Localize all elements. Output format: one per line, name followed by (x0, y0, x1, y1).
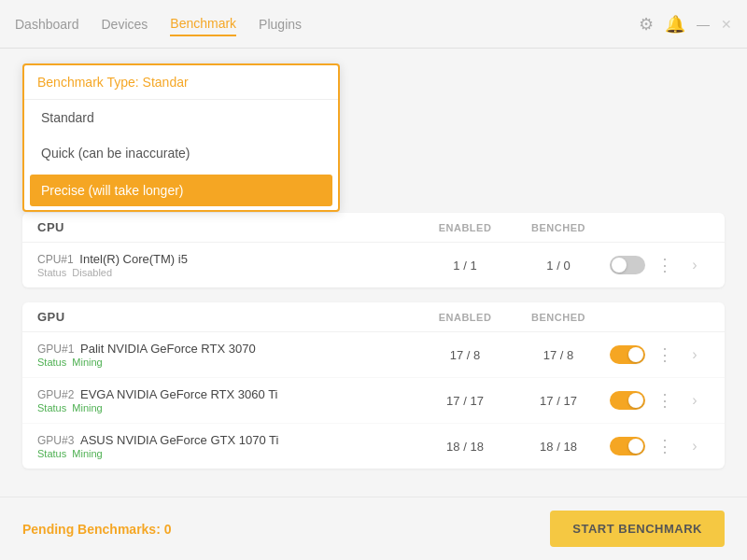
gpu2-more-icon[interactable]: ⋮ (650, 390, 680, 411)
benchmark-type-current: Standar (143, 75, 189, 90)
gpu2-status: Status Mining (37, 402, 418, 413)
cpu-section-label: CPU (37, 220, 418, 234)
gpu2-info: GPU#2 EVGA NVIDIA GeForce RTX 3060 Ti St… (37, 387, 418, 413)
gpu1-id: GPU#1 Palit NVIDIA GeForce RTX 3070 (37, 342, 418, 356)
table-row: GPU#2 EVGA NVIDIA GeForce RTX 3060 Ti St… (22, 378, 725, 424)
gpu1-status: Status Mining (37, 357, 418, 368)
cpu-enabled-header: ENABLED (418, 222, 512, 233)
gpu2-id: GPU#2 EVGA NVIDIA GeForce RTX 3060 Ti (37, 387, 418, 401)
gpu2-enabled: 17 / 17 (418, 394, 512, 408)
gpu1-toggle-knob (628, 347, 643, 362)
tab-dashboard[interactable]: Dashboard (15, 13, 79, 35)
benchmark-type-dropdown[interactable]: Benchmark Type: Standar Standard Quick (… (22, 63, 340, 212)
cpu-section-header: CPU ENABLED BENCHED (22, 213, 725, 243)
tab-plugins[interactable]: Plugins (259, 13, 302, 35)
settings-icon[interactable]: ⚙ (639, 14, 654, 35)
cpu1-info: CPU#1 Intel(R) Core(TM) i5 Status Disabl… (37, 252, 418, 278)
gpu3-chevron-icon[interactable]: › (680, 438, 710, 455)
gpu-benched-header: BENCHED (512, 312, 605, 323)
gpu3-status: Status Mining (37, 448, 418, 459)
benchmark-type-label: Benchmark Type: (37, 75, 139, 90)
gpu3-more-icon[interactable]: ⋮ (650, 436, 680, 456)
dropdown-option-quick[interactable]: Quick (can be inaccurate) (24, 135, 338, 171)
cpu1-toggle-col[interactable] (605, 256, 650, 274)
gpu-enabled-header: ENABLED (418, 312, 512, 323)
pending-benchmarks-label: Pending Benchmarks: 0 (22, 522, 172, 537)
cpu1-toggle-knob (612, 258, 627, 273)
cpu-benched-header: BENCHED (512, 222, 605, 233)
cpu1-id: CPU#1 Intel(R) Core(TM) i5 (37, 252, 418, 266)
table-row: CPU#1 Intel(R) Core(TM) i5 Status Disabl… (22, 243, 725, 287)
tab-benchmark[interactable]: Benchmark (170, 12, 236, 36)
cpu1-benched: 1 / 0 (512, 259, 605, 273)
table-row: GPU#3 ASUS NVIDIA GeForce GTX 1070 Ti St… (22, 424, 725, 469)
title-actions: ⚙ 🔔 — ✕ (639, 14, 732, 35)
start-benchmark-button[interactable]: START BENCHMARK (550, 511, 725, 547)
cpu1-enabled: 1 / 1 (418, 259, 512, 273)
cpu-section: CPU ENABLED BENCHED CPU#1 Intel(R) Core(… (22, 213, 725, 287)
cpu1-toggle[interactable] (610, 256, 645, 274)
gpu1-info: GPU#1 Palit NVIDIA GeForce RTX 3070 Stat… (37, 342, 418, 368)
gpu-section: GPU ENABLED BENCHED GPU#1 Palit NVIDIA G… (22, 302, 725, 469)
gpu1-chevron-icon[interactable]: › (680, 346, 710, 363)
gpu3-toggle[interactable] (610, 437, 645, 455)
gpu1-toggle[interactable] (610, 345, 645, 364)
gpu3-toggle-col[interactable] (605, 437, 650, 455)
cpu1-chevron-icon[interactable]: › (680, 257, 710, 273)
close-button[interactable]: ✕ (721, 17, 732, 32)
dropdown-header: Benchmark Type: Standar (24, 65, 338, 100)
gpu2-toggle-knob (628, 393, 643, 408)
gpu1-toggle-col[interactable] (605, 345, 650, 364)
gpu3-id: GPU#3 ASUS NVIDIA GeForce GTX 1070 Ti (37, 433, 418, 447)
gpu1-enabled: 17 / 8 (418, 348, 512, 362)
app-window: Dashboard Devices Benchmark Plugins ⚙ 🔔 … (0, 0, 747, 560)
gpu2-toggle-col[interactable] (605, 391, 650, 410)
gpu-section-label: GPU (37, 310, 418, 324)
gpu3-info: GPU#3 ASUS NVIDIA GeForce GTX 1070 Ti St… (37, 433, 418, 459)
title-bar: Dashboard Devices Benchmark Plugins ⚙ 🔔 … (0, 0, 747, 49)
notifications-icon[interactable]: 🔔 (665, 14, 685, 35)
minimize-button[interactable]: — (697, 17, 710, 32)
table-row: GPU#1 Palit NVIDIA GeForce RTX 3070 Stat… (22, 332, 725, 378)
gpu2-toggle[interactable] (610, 391, 645, 410)
gpu2-chevron-icon[interactable]: › (680, 392, 710, 409)
gpu3-enabled: 18 / 18 (418, 440, 512, 454)
cpu1-status: Status Disabled (37, 267, 418, 278)
cpu1-more-icon[interactable]: ⋮ (650, 255, 680, 275)
gpu1-more-icon[interactable]: ⋮ (650, 344, 680, 365)
tab-devices[interactable]: Devices (102, 13, 148, 35)
nav-tabs: Dashboard Devices Benchmark Plugins (15, 12, 302, 36)
gpu-section-header: GPU ENABLED BENCHED (22, 302, 725, 332)
gpu2-benched: 17 / 17 (512, 394, 605, 408)
dropdown-option-precise[interactable]: Precise (will take longer) (30, 175, 332, 206)
gpu3-benched: 18 / 18 (512, 440, 605, 454)
bottom-bar: Pending Benchmarks: 0 START BENCHMARK (0, 497, 747, 560)
main-content: Benchmark Type: Standar Standard Quick (… (0, 49, 747, 497)
dropdown-option-standard[interactable]: Standard (24, 100, 338, 135)
gpu1-benched: 17 / 8 (512, 348, 605, 362)
gpu3-toggle-knob (628, 439, 643, 454)
